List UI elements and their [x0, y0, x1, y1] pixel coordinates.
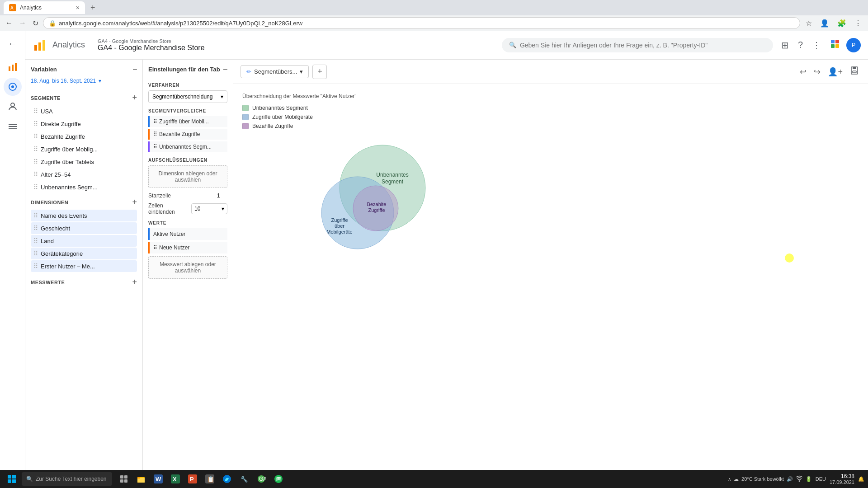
tb-task-view-btn[interactable] — [116, 471, 132, 487]
tb-explorer-btn[interactable] — [133, 471, 149, 487]
tb-excel-btn[interactable]: X — [167, 471, 184, 487]
seg-compare-unbenannt[interactable]: ⠿ Unbenanntes Segm... — [148, 141, 227, 152]
tb-powerpoint-btn[interactable]: P — [184, 471, 201, 487]
drag-handle-icon: ⠿ — [33, 133, 38, 140]
segments-list: ⠿ USA ⠿ Direkte Zugriffe ⠿ Bezahlte Zugr… — [31, 105, 137, 194]
browser-tab[interactable]: A Analytics × — [4, 1, 85, 14]
bookmark-btn[interactable]: ☆ — [803, 18, 815, 28]
notification-btn[interactable]: 🔔 — [858, 476, 864, 482]
viz-share-btn[interactable]: 👤+ — [826, 65, 844, 79]
battery-icon[interactable]: 🔋 — [806, 476, 812, 482]
svg-rect-19 — [853, 67, 856, 69]
help-btn[interactable]: ? — [795, 37, 806, 53]
profile-btn[interactable]: 👤 — [817, 18, 832, 28]
wert-aktive-label: Aktive Nutzer — [153, 231, 185, 237]
nav-audience-btn[interactable] — [4, 98, 22, 116]
search-icon: 🔍 — [509, 42, 516, 48]
segment-item-usa[interactable]: ⠿ USA — [31, 105, 137, 117]
dim-label: Geschlecht — [41, 225, 70, 232]
date-range[interactable]: 18. Aug. bis 16. Sept. 2021 ▾ — [31, 78, 137, 84]
segment-item-bezahlte[interactable]: ⠿ Bezahlte Zugriffe — [31, 131, 137, 142]
segment-label: Zugriffe über Tablets — [41, 159, 94, 165]
nav-reload-btn[interactable]: ↻ — [31, 17, 40, 29]
segment-item-direkte[interactable]: ⠿ Direkte Zugriffe — [31, 118, 137, 130]
zeilen-select[interactable]: 10 ▾ — [191, 203, 227, 214]
verfahren-select[interactable]: Segmentüberschneidung ▾ — [148, 90, 227, 103]
dim-item-land[interactable]: ⠿ Land — [31, 235, 137, 247]
segment-item-alter[interactable]: ⠿ Alter 25–54 — [31, 169, 137, 180]
wert-neue-label: Neue Nutzer — [159, 244, 189, 251]
taskbar-search[interactable]: 🔍 Zur Suche Text hier eingeben — [22, 472, 112, 486]
new-tab-btn[interactable]: + — [87, 3, 99, 13]
legend-color-mobil — [242, 114, 249, 120]
nav-back-btn[interactable]: ← — [4, 17, 14, 29]
add-messwert-btn[interactable]: + — [132, 277, 137, 287]
apps-grid-btn[interactable]: ⊞ — [778, 37, 792, 53]
svg-text:P: P — [190, 476, 194, 483]
windows-start-btn[interactable] — [4, 471, 20, 487]
add-dimension-btn[interactable]: + — [132, 197, 137, 207]
messwert-drop[interactable]: Messwert ablegen oder auswählen — [148, 256, 227, 279]
viz-save-btn[interactable] — [848, 64, 861, 79]
legend-color-bezahlte — [242, 123, 249, 129]
user-avatar-btn[interactable]: P — [846, 38, 861, 52]
viz-redo-btn[interactable]: ↪ — [812, 65, 822, 79]
segment-item-tablets[interactable]: ⠿ Zugriffe über Tablets — [31, 156, 137, 168]
more-options-btn[interactable]: ⋮ — [809, 37, 824, 53]
sys-up-icon: ∧ — [728, 477, 731, 482]
nav-explore-btn[interactable] — [4, 78, 22, 96]
taskbar: 🔍 Zur Suche Text hier eingeben W X P 📋 🔧… — [0, 470, 868, 488]
svg-rect-13 — [42, 40, 45, 51]
app-logo — [33, 38, 47, 52]
search-input[interactable] — [520, 42, 766, 49]
network-icon[interactable] — [796, 475, 803, 483]
viz-undo-btn[interactable]: ↩ — [798, 65, 808, 79]
extensions-btn[interactable]: 🧩 — [835, 18, 849, 28]
dim-item-erster[interactable]: ⠿ Erster Nutzer – Me... — [31, 260, 137, 272]
zeilen-label: Zeilen einblenden — [148, 202, 175, 215]
segment-item-mobil[interactable]: ⠿ Zugriffe über Mobilg... — [31, 143, 137, 155]
wert-neue[interactable]: ⠿ Neue Nutzer — [148, 242, 227, 253]
seg-compare-bezahlte[interactable]: ⠿ Bezahlte Zugriffe — [148, 129, 227, 140]
svg-text:A: A — [10, 5, 14, 10]
taskbar-right: ∧ ☁ 20°C Stark bewölkt 🔊 🔋 DEU 16:38 17.… — [728, 473, 864, 485]
weather-icon: ☁ — [734, 476, 739, 482]
nav-forward-btn[interactable]: → — [17, 17, 28, 29]
tb-app9-btn[interactable]: GA — [253, 471, 269, 487]
nav-reports-btn[interactable] — [4, 58, 22, 76]
drag-handle-icon: ⠿ — [33, 171, 38, 178]
data-studio-btn[interactable] — [827, 36, 843, 54]
dim-item-geschlecht[interactable]: ⠿ Geschlecht — [31, 222, 137, 234]
legend-color-unbenannt — [242, 105, 249, 111]
nav-home-btn[interactable]: ← — [4, 34, 22, 52]
variables-minimize-btn[interactable]: – — [133, 65, 137, 73]
add-segment-btn[interactable]: + — [132, 93, 137, 103]
seg-compare-mobil[interactable]: ⠿ Zugriffe über Mobil... — [148, 116, 227, 127]
startzeile-input[interactable] — [209, 192, 227, 199]
settings-minimize-btn[interactable]: – — [223, 65, 227, 73]
dim-item-geraet[interactable]: ⠿ Gerätekategorie — [31, 248, 137, 259]
segment-item-unbenannt[interactable]: ⠿ Unbenanntes Segm... — [31, 181, 137, 193]
drop-zone-text: Dimension ablegen oder auswählen — [158, 170, 217, 183]
wert-aktive[interactable]: Aktive Nutzer — [148, 228, 227, 240]
sound-icon[interactable]: 🔊 — [787, 476, 793, 482]
tb-word-btn[interactable]: W — [150, 471, 166, 487]
aufschluesselungen-drop[interactable]: Dimension ablegen oder auswählen — [148, 165, 227, 188]
viz-type-dropdown[interactable]: ✏ Segmentübers... ▾ — [241, 65, 309, 78]
global-search[interactable]: 🔍 — [502, 38, 773, 52]
viz-add-tab-btn[interactable]: + — [312, 65, 327, 79]
tab-close-btn[interactable]: × — [76, 4, 80, 11]
tb-app8-btn[interactable]: 🔧 — [236, 471, 252, 487]
tb-edge-btn[interactable] — [219, 471, 235, 487]
dim-item-events[interactable]: ⠿ Name des Events — [31, 210, 137, 221]
browser-menu-btn[interactable]: ⋮ — [852, 18, 864, 28]
tb-spotify-btn[interactable] — [270, 471, 287, 487]
nav-list-btn[interactable] — [4, 117, 22, 136]
property-info: GA4 - Google Merchandise Store GA4 - Goo… — [98, 38, 205, 52]
tb-app6-btn[interactable]: 📋 — [202, 471, 218, 487]
svg-point-7 — [11, 103, 14, 107]
viz-subtitle: Überschneidung der Messwerte "Aktive Nut… — [242, 93, 859, 99]
messwerte-header: MESSWERTE + — [31, 277, 137, 287]
segment-label: Zugriffe über Mobilg... — [41, 146, 98, 153]
address-bar[interactable]: 🔒 analytics.google.com/analytics/web/#/a… — [43, 17, 800, 29]
